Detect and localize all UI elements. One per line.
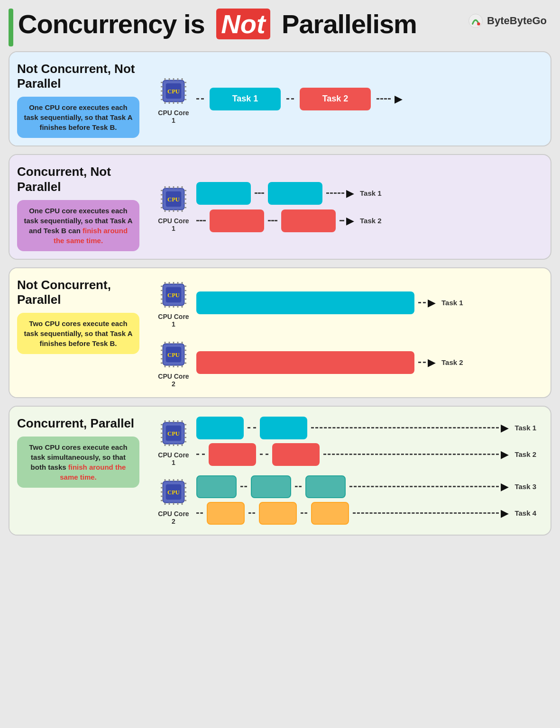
cpu-group-1: CPU (156, 74, 536, 124)
task2-bar: Task 2 (300, 88, 371, 110)
task2-b (281, 209, 336, 232)
timeline-3-1: ▶ Task 1 (196, 291, 463, 314)
timeline-4-1-1: ▶ Task 1 (196, 417, 536, 439)
header: Concurrency is Not Parallelism ByteByteG… (9, 9, 551, 46)
cpu-group-4-2: CPU (156, 475, 536, 525)
section-2-desc: One CPU core executes each task sequenti… (17, 200, 139, 251)
arrow-2-1: ▶ (346, 187, 354, 200)
section-4-left: Concurrent, Parallel Two CPU cores execu… (9, 407, 147, 535)
dash-1 (196, 98, 204, 100)
cpu-block-4-2: CPU (156, 475, 191, 525)
task4-3-b (251, 475, 291, 498)
task1-a (196, 182, 251, 205)
task4-4-a (207, 502, 245, 525)
cpu-block-2: CPU (156, 182, 191, 232)
task-label-4-1-2: Task 2 (514, 450, 536, 458)
svg-text:CPU: CPU (167, 291, 180, 298)
task1-b (268, 182, 322, 205)
cpu-core-label-4-1: CPU Core 1 (156, 451, 191, 466)
task3-1-bar (196, 291, 414, 314)
not-word: Not (216, 9, 270, 39)
cpu-core-label-2: CPU Core 1 (156, 217, 191, 232)
section-4-desc: Two CPU cores execute each task simultan… (17, 437, 139, 488)
cpu-core-label-1: CPU Core 1 (156, 109, 191, 124)
title-bar: Concurrency is Not Parallelism (18, 9, 417, 39)
cpu-group-4-1: CPU (156, 416, 536, 466)
section-4-title: Concurrent, Parallel (17, 416, 139, 431)
section-3-right: CPU (147, 268, 551, 397)
title-end: Parallelism (275, 9, 417, 39)
green-accent-bar (9, 9, 13, 46)
task3-2-bar (196, 351, 414, 374)
svg-text:CPU: CPU (167, 489, 180, 495)
highlight-red-2: finish around the same time. (54, 227, 128, 245)
task-label-2-1: Task 1 (360, 189, 382, 197)
section-4-right: CPU (147, 407, 551, 535)
task4-1-b (260, 417, 307, 439)
cpu-block-1: CPU (156, 74, 191, 124)
task-label-2-2: Task 2 (360, 217, 382, 225)
section-1-title: Not Concurrent, Not Parallel (17, 62, 139, 91)
cpu-chip-2: CPU (156, 182, 191, 216)
logo-icon (468, 13, 483, 28)
arrow-4-1-2: ▶ (501, 448, 509, 461)
task4-4-b (259, 502, 297, 525)
task-label-4-1-1: Task 1 (514, 424, 536, 432)
cpu-block-3-2: CPU (156, 337, 191, 388)
section-3-title: Not Concurrent, Parallel (17, 278, 139, 307)
cpu-chip-1: CPU (156, 74, 191, 108)
dash-2 (286, 98, 294, 100)
task-label-4-2-1: Task 3 (514, 482, 536, 491)
brand-name: ByteByteGo (487, 15, 547, 27)
section-2-left: Concurrent, Not Parallel One CPU core ex… (9, 155, 147, 258)
section-3-left: Not Concurrent, Parallel Two CPU cores e… (9, 268, 147, 397)
arrow-3-1: ▶ (428, 297, 436, 309)
timeline-4-1-2: ▶ Task 2 (196, 443, 536, 466)
cpu-chip-3-1: CPU (156, 278, 191, 312)
cpu-chip-3-2: CPU (156, 337, 191, 372)
task2-a (210, 209, 264, 232)
arrow-4-2-2: ▶ (501, 507, 509, 519)
task4-3-c (305, 475, 346, 498)
task-label-3-2: Task 2 (441, 358, 463, 366)
section-1-desc: One CPU core executes each task sequenti… (17, 97, 139, 138)
cpu-chip-4-1: CPU (156, 416, 191, 450)
svg-text:CPU: CPU (167, 196, 180, 202)
task-label-4-2-2: Task 4 (514, 509, 536, 517)
highlight-red-4: finish around the same time. (60, 463, 126, 481)
section-concurrent-parallel: Concurrent, Parallel Two CPU cores execu… (9, 406, 551, 536)
task-label-3-1: Task 1 (441, 299, 463, 307)
cpu-block-4-1: CPU (156, 416, 191, 466)
svg-text:CPU: CPU (167, 88, 180, 94)
section-3-desc: Two CPU cores execute each task sequenti… (17, 313, 139, 354)
brand-logo: ByteByteGo (468, 13, 547, 28)
cpu-group-2: CPU (156, 182, 536, 232)
dash-3 (376, 98, 391, 100)
section-not-concurrent-not-parallel: Not Concurrent, Not Parallel One CPU cor… (9, 51, 551, 146)
cpu-chip-4-2: CPU (156, 475, 191, 509)
task4-1-a (196, 417, 244, 439)
cpu-group-3-1: CPU (156, 278, 536, 328)
cpu-group-3-2: CPU (156, 337, 536, 388)
task4-3-a (196, 475, 237, 498)
task4-4-c (311, 502, 349, 525)
section-2-title: Concurrent, Not Parallel (17, 164, 139, 194)
arrow-3-2: ▶ (428, 356, 436, 369)
svg-text:CPU: CPU (167, 351, 180, 358)
cpu-row-1: CPU (156, 74, 403, 124)
cpu-core-label-4-2: CPU Core 2 (156, 510, 191, 525)
section-1-left: Not Concurrent, Not Parallel One CPU cor… (9, 52, 147, 146)
task4-2-a (209, 443, 256, 466)
arrow-2-2: ▶ (346, 215, 354, 227)
svg-text:CPU: CPU (167, 430, 180, 437)
cpu-core-label-3-2: CPU Core 2 (156, 373, 191, 388)
arrow-4-2-1: ▶ (501, 481, 509, 493)
arrow-4-1-1: ▶ (501, 422, 509, 434)
svg-point-1 (477, 22, 480, 25)
title-start: Concurrency is (18, 9, 211, 39)
section-2-right: CPU (147, 155, 551, 258)
timeline-4-2-1: ▶ Task 3 (196, 475, 536, 498)
section-1-right: CPU (147, 52, 551, 146)
arrow-1: ▶ (395, 93, 403, 105)
section-concurrent-not-parallel: Concurrent, Not Parallel One CPU core ex… (9, 154, 551, 259)
